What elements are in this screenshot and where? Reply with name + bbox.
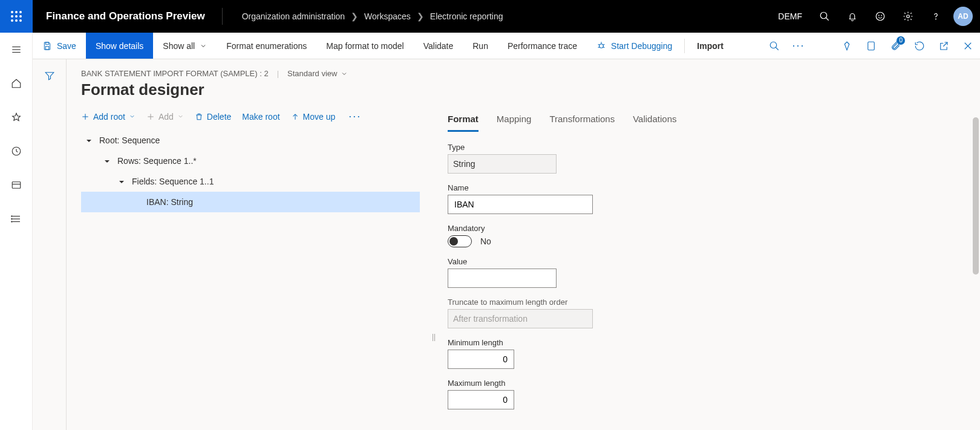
show-all-label: Show all (163, 41, 195, 51)
collapse-icon[interactable] (104, 157, 113, 165)
add-root-label: Add root (93, 112, 125, 122)
tree-node-root[interactable]: Root: Sequence (81, 130, 420, 151)
svg-point-0 (11, 11, 13, 13)
filter-button[interactable] (44, 70, 55, 430)
max-length-label: Maximum length (448, 379, 956, 388)
tree-node-rows[interactable]: Rows: Sequence 1..* (81, 151, 420, 171)
make-root-button[interactable]: Make root (242, 112, 279, 122)
import-button[interactable]: Import (687, 33, 733, 59)
map-format-button[interactable]: Map format to model (316, 33, 413, 59)
feedback-button[interactable] (866, 0, 894, 33)
svg-point-13 (881, 15, 882, 16)
tab-transformations[interactable]: Transformations (549, 110, 615, 131)
svg-point-36 (770, 42, 777, 48)
legal-entity-label[interactable]: DEMF (769, 11, 811, 21)
nav-modules-button[interactable] (0, 209, 32, 229)
svg-point-2 (19, 11, 22, 13)
validate-button[interactable]: Validate (414, 33, 463, 59)
show-all-button[interactable]: Show all (153, 33, 217, 59)
nav-collapse-button[interactable] (0, 40, 32, 59)
delete-button[interactable]: Delete (195, 112, 231, 122)
search-button[interactable] (811, 0, 838, 33)
breadcrumb: Organization administration ❯ Workspaces… (226, 11, 503, 21)
view-selector[interactable]: Standard view (287, 69, 348, 78)
tree-node-iban[interactable]: IBAN: String (81, 192, 420, 212)
tab-mapping[interactable]: Mapping (497, 110, 532, 131)
value-input[interactable] (448, 269, 557, 288)
tree-more-button[interactable]: ··· (346, 110, 364, 123)
max-length-textbox[interactable] (453, 391, 509, 409)
svg-point-9 (820, 12, 827, 19)
nav-favorites-button[interactable] (0, 108, 32, 127)
tree-node-fields[interactable]: Fields: Sequence 1..1 (81, 171, 420, 192)
save-button[interactable]: Save (33, 33, 86, 59)
chevron-right-icon: ❯ (417, 11, 424, 21)
refresh-button[interactable] (907, 33, 932, 59)
mandatory-label: Mandatory (448, 224, 956, 233)
move-up-label: Move up (303, 112, 336, 122)
close-icon (962, 41, 973, 51)
options-button[interactable] (835, 33, 859, 59)
breadcrumb-workspaces[interactable]: Workspaces (364, 11, 411, 21)
format-enumerations-button[interactable]: Format enumerations (217, 33, 316, 59)
help-button[interactable] (922, 0, 950, 33)
popout-button[interactable] (932, 33, 956, 59)
close-button[interactable] (956, 33, 980, 59)
format-tree: Root: Sequence Rows: Sequence 1..* Field… (81, 130, 420, 212)
name-textbox[interactable] (453, 195, 587, 213)
modules-icon (11, 213, 22, 224)
collapse-icon[interactable] (86, 136, 94, 145)
make-root-label: Make root (242, 112, 279, 122)
format-enum-label: Format enumerations (226, 41, 307, 51)
mandatory-value: No (480, 236, 491, 246)
nav-home-button[interactable] (0, 74, 32, 93)
notifications-button[interactable] (838, 0, 866, 33)
splitter-handle[interactable]: || (432, 243, 436, 430)
app-title: Finance and Operations Preview (33, 10, 218, 22)
name-label: Name (448, 183, 956, 192)
add-root-button[interactable]: Add root (81, 112, 136, 122)
value-textbox[interactable] (453, 269, 551, 287)
breadcrumb-er[interactable]: Electronic reporting (430, 11, 503, 21)
trash-icon (195, 112, 203, 121)
scrollbar[interactable] (973, 117, 979, 275)
start-debugging-button[interactable]: Start Debugging (587, 33, 682, 59)
nav-workspaces-button[interactable] (0, 175, 32, 195)
more-actions-button[interactable]: ··· (786, 33, 811, 59)
tab-validations[interactable]: Validations (633, 110, 676, 131)
collapse-icon[interactable] (119, 177, 127, 186)
app-launcher-button[interactable] (0, 0, 33, 33)
show-details-button[interactable]: Show details (86, 33, 153, 59)
name-input[interactable] (448, 195, 593, 214)
min-length-input[interactable] (448, 350, 514, 369)
svg-point-15 (936, 19, 936, 19)
gear-icon (903, 11, 913, 22)
mandatory-toggle[interactable] (448, 235, 472, 247)
page-options-button[interactable] (859, 33, 883, 59)
attachments-button[interactable]: 0 (883, 33, 907, 59)
action-bar: Save Show details Show all Format enumer… (33, 33, 980, 59)
run-button[interactable]: Run (463, 33, 498, 59)
svg-point-14 (907, 15, 910, 18)
run-label: Run (472, 41, 488, 51)
performance-trace-button[interactable]: Performance trace (498, 33, 587, 59)
nav-recent-button[interactable] (0, 142, 32, 161)
settings-button[interactable] (894, 0, 922, 33)
min-length-textbox[interactable] (453, 350, 509, 368)
refresh-icon (914, 41, 925, 51)
svg-point-8 (19, 19, 22, 22)
user-avatar[interactable]: AD (953, 7, 973, 26)
details-tabs: Format Mapping Transformations Validatio… (448, 110, 956, 132)
max-length-input[interactable] (448, 390, 514, 409)
svg-line-33 (603, 44, 605, 45)
waffle-icon (11, 11, 22, 22)
move-up-button[interactable]: Move up (291, 112, 336, 122)
tab-format[interactable]: Format (448, 110, 479, 132)
find-button[interactable] (762, 33, 786, 59)
funnel-icon (44, 70, 55, 81)
help-icon (930, 11, 941, 22)
breadcrumb-org-admin[interactable]: Organization administration (242, 11, 345, 21)
svg-line-35 (603, 47, 605, 47)
plus-icon (81, 112, 90, 121)
perf-trace-label: Performance trace (508, 41, 577, 51)
